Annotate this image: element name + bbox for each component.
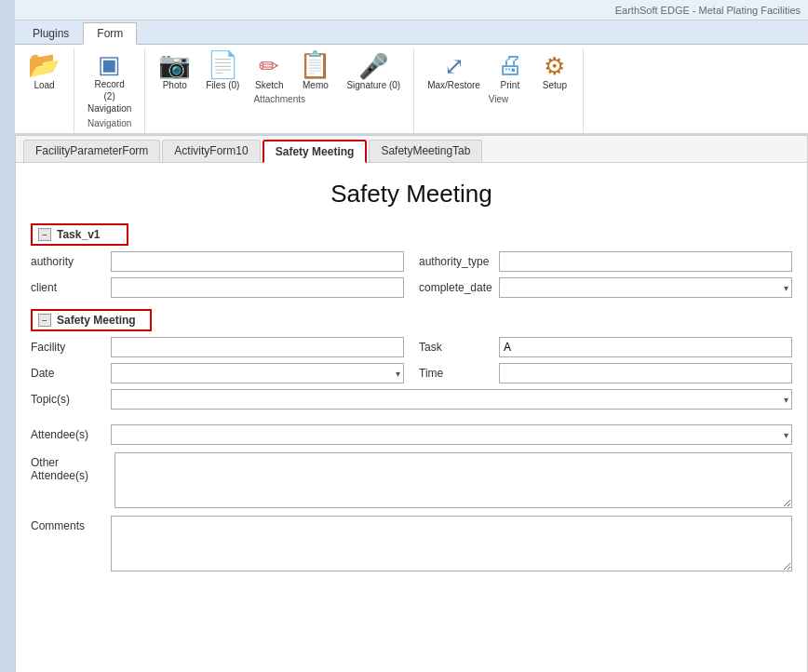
facility-group: Facility bbox=[31, 337, 404, 357]
load-label: Load bbox=[34, 80, 54, 90]
top-bar: EarthSoft EDGE - Metal Plating Facilitie… bbox=[15, 0, 808, 20]
date-group: Date bbox=[31, 363, 404, 383]
task-collapse-btn[interactable]: − bbox=[38, 228, 51, 241]
authority-row: authority authority_type bbox=[31, 251, 792, 272]
record-label: Record (2) Navigation bbox=[88, 78, 131, 114]
complete-date-select[interactable] bbox=[499, 277, 792, 298]
signature-icon: 🎤 bbox=[358, 54, 388, 78]
memo-button[interactable]: 📋 Memo bbox=[293, 50, 337, 92]
sketch-button[interactable]: ✏ Sketch bbox=[249, 52, 290, 92]
other-attendees-row: Other Attendee(s) bbox=[31, 452, 792, 508]
maxrestore-label: Max/Restore bbox=[427, 80, 480, 90]
maxrestore-icon: ⤢ bbox=[444, 54, 465, 78]
date-select[interactable] bbox=[111, 363, 404, 383]
time-input[interactable] bbox=[499, 363, 792, 383]
comments-row: Comments bbox=[31, 516, 792, 571]
ribbon-group-load: 📂 Load bbox=[15, 48, 74, 133]
menu-tab-form[interactable]: Form bbox=[83, 22, 137, 45]
comments-label: Comments bbox=[31, 516, 105, 532]
task-input[interactable] bbox=[499, 337, 792, 357]
authority-type-input[interactable] bbox=[499, 251, 792, 272]
task-group: Task bbox=[419, 337, 792, 357]
safety-section-header[interactable]: − Safety Meeting bbox=[31, 309, 152, 331]
sketch-label: Sketch bbox=[255, 80, 284, 90]
print-label: Print bbox=[501, 80, 520, 90]
facility-label: Facility bbox=[31, 341, 105, 354]
maxrestore-button[interactable]: ⤢ Max/Restore bbox=[422, 52, 486, 92]
ribbon-group-view: ⤢ Max/Restore 🖨 Print ⚙ Setup View bbox=[414, 48, 584, 133]
topics-select[interactable] bbox=[111, 389, 792, 410]
menu-tab-plugins[interactable]: Plugins bbox=[19, 22, 83, 44]
authority-input[interactable] bbox=[111, 251, 404, 272]
files-icon: 📄 bbox=[207, 52, 239, 78]
time-label: Time bbox=[419, 367, 493, 380]
form-body: Safety Meeting − Task_v1 authority autho… bbox=[16, 163, 807, 672]
tab-activity[interactable]: ActivityForm10 bbox=[162, 140, 260, 162]
print-icon: 🖨 bbox=[497, 52, 523, 78]
memo-icon: 📋 bbox=[299, 52, 331, 78]
signature-button[interactable]: 🎤 Signature (0) bbox=[341, 52, 406, 92]
attendees-select[interactable] bbox=[111, 424, 792, 445]
topics-label: Topic(s) bbox=[31, 393, 105, 406]
photo-button[interactable]: 📷 Photo bbox=[153, 50, 196, 92]
client-group: client bbox=[31, 277, 404, 298]
tab-safetytab[interactable]: SafetyMeetingTab bbox=[369, 140, 482, 162]
files-button[interactable]: 📄 Files (0) bbox=[200, 50, 245, 92]
record-navigation-button[interactable]: ▣ Record (2) Navigation bbox=[82, 50, 137, 116]
left-nav-strip bbox=[0, 0, 15, 672]
page-title: Safety Meeting bbox=[31, 180, 792, 208]
load-icon: 📂 bbox=[28, 52, 61, 78]
safety-collapse-btn[interactable]: − bbox=[38, 314, 51, 327]
form-tabs: FacilityParameterForm ActivityForm10 Saf… bbox=[16, 136, 807, 163]
client-input[interactable] bbox=[111, 277, 404, 298]
facility-task-row: Facility Task bbox=[31, 337, 792, 357]
photo-icon: 📷 bbox=[158, 52, 191, 78]
attendees-label: Attendee(s) bbox=[31, 428, 105, 441]
memo-label: Memo bbox=[303, 80, 329, 90]
client-row: client complete_date bbox=[31, 277, 792, 298]
safety-section-label: Safety Meeting bbox=[57, 314, 136, 327]
attendees-row: Attendee(s) bbox=[31, 424, 792, 445]
spacer bbox=[31, 417, 792, 424]
date-time-row: Date Time bbox=[31, 363, 792, 383]
menu-tabs: Plugins Form bbox=[15, 20, 808, 45]
authority-type-label: authority_type bbox=[419, 255, 493, 268]
photo-label: Photo bbox=[163, 80, 187, 90]
other-attendees-textarea[interactable] bbox=[114, 452, 792, 508]
task-section-label: Task_v1 bbox=[57, 228, 100, 241]
app-container: EarthSoft EDGE - Metal Plating Facilitie… bbox=[0, 0, 808, 672]
date-select-wrapper bbox=[111, 363, 404, 383]
attendees-select-wrapper bbox=[111, 424, 792, 445]
ribbon-group-nav-label: Navigation bbox=[88, 118, 131, 131]
task-label: Task bbox=[419, 341, 493, 354]
complete-date-group: complete_date bbox=[419, 277, 792, 298]
authority-group: authority bbox=[31, 251, 404, 272]
ribbon-items-load: 📂 Load bbox=[22, 50, 66, 92]
ribbon-group-attachments: 📷 Photo 📄 Files (0) ✏ Sketch 📋 Memo bbox=[145, 48, 414, 133]
complete-date-select-wrapper bbox=[499, 277, 792, 298]
signature-label: Signature (0) bbox=[346, 80, 400, 90]
content-area: FacilityParameterForm ActivityForm10 Saf… bbox=[15, 135, 808, 672]
task-section: − Task_v1 authority authority_type bbox=[31, 223, 792, 298]
files-label: Files (0) bbox=[206, 80, 239, 90]
record-icon: ▣ bbox=[98, 52, 121, 76]
ribbon-items-attachments: 📷 Photo 📄 Files (0) ✏ Sketch 📋 Memo bbox=[153, 50, 406, 92]
authority-label: authority bbox=[31, 255, 105, 268]
sketch-icon: ✏ bbox=[259, 54, 279, 78]
print-button[interactable]: 🖨 Print bbox=[490, 50, 531, 92]
comments-textarea[interactable] bbox=[111, 516, 792, 571]
tab-safety[interactable]: Safety Meeting bbox=[263, 140, 368, 163]
setup-icon: ⚙ bbox=[544, 54, 565, 78]
tab-facility[interactable]: FacilityParameterForm bbox=[23, 140, 160, 162]
facility-input[interactable] bbox=[111, 337, 404, 357]
setup-label: Setup bbox=[543, 80, 567, 90]
load-button[interactable]: 📂 Load bbox=[22, 50, 66, 92]
topics-select-wrapper bbox=[111, 389, 792, 410]
other-attendees-label: Other Attendee(s) bbox=[31, 452, 109, 482]
setup-button[interactable]: ⚙ Setup bbox=[534, 52, 575, 92]
app-title: EarthSoft EDGE - Metal Plating Facilitie… bbox=[615, 5, 801, 16]
ribbon-items-navigation: ▣ Record (2) Navigation bbox=[82, 50, 137, 116]
ribbon-items-view: ⤢ Max/Restore 🖨 Print ⚙ Setup bbox=[422, 50, 575, 92]
task-section-header[interactable]: − Task_v1 bbox=[31, 223, 128, 246]
time-group: Time bbox=[419, 363, 792, 383]
